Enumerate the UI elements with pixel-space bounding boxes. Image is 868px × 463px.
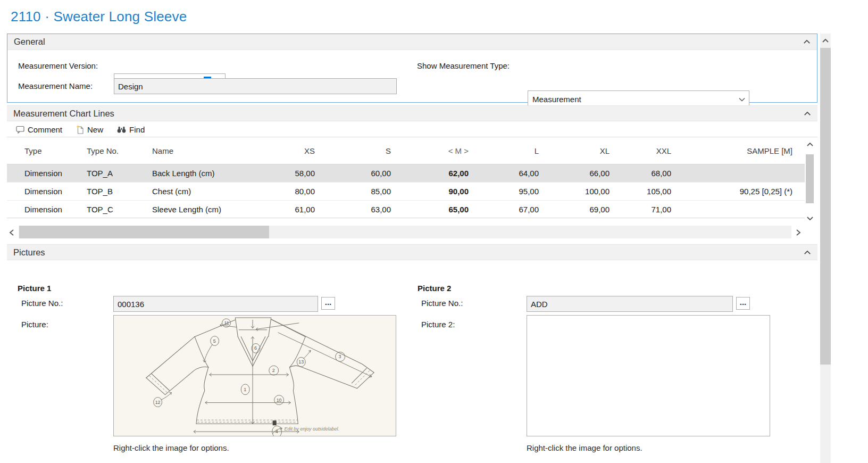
measurement-name-label: Measurement Name:: [18, 78, 93, 94]
scroll-right-icon[interactable]: [794, 227, 803, 237]
picture-2-image-empty[interactable]: [527, 315, 770, 436]
picture-1-no-label: Picture No.:: [21, 295, 63, 311]
column-header-xxl[interactable]: XXL: [610, 146, 671, 155]
cell-sample[interactable]: 90,25 [0,25] (*): [671, 187, 792, 196]
column-header-sample-m[interactable]: SAMPLE [M]: [671, 146, 792, 155]
new-button-label: New: [87, 125, 103, 134]
cell-name[interactable]: Chest (cm): [152, 187, 280, 196]
table-row[interactable]: Dimension TOP_B Chest (cm) 80,00 85,00 9…: [7, 182, 805, 200]
picture-1-heading: Picture 1: [18, 284, 51, 293]
cell-m[interactable]: 62,00: [391, 169, 469, 178]
cell-xl[interactable]: 66,00: [539, 169, 610, 178]
general-fasttab: General Measurement Version: 0 Measureme…: [7, 34, 817, 103]
cell-xxl[interactable]: 71,00: [610, 205, 671, 214]
column-header-type[interactable]: Type: [7, 146, 87, 155]
cell-type[interactable]: Dimension: [7, 187, 87, 196]
cell-l[interactable]: 64,00: [469, 169, 539, 178]
comment-button[interactable]: Comment: [16, 125, 62, 134]
chart-lines-fasttab-title: Measurement Chart Lines: [13, 109, 114, 119]
cell-m[interactable]: 65,00: [391, 205, 469, 214]
svg-text:2: 2: [272, 368, 275, 373]
page-vertical-scrollbar-thumb[interactable]: [820, 48, 831, 365]
column-header-xs[interactable]: XS: [280, 146, 315, 155]
cell-type[interactable]: Dimension: [7, 169, 87, 178]
cell-type[interactable]: Dimension: [7, 205, 87, 214]
comment-icon: [16, 126, 24, 134]
measurement-name-field[interactable]: Design: [114, 78, 397, 94]
collapse-chevron-icon[interactable]: [803, 39, 811, 44]
horizontal-scrollbar-thumb[interactable]: [19, 226, 269, 238]
scroll-down-icon[interactable]: [806, 216, 814, 221]
chart-lines-fasttab-header[interactable]: Measurement Chart Lines: [7, 105, 817, 121]
picture-1-label: Picture:: [21, 316, 48, 333]
column-header-m-sample-selector[interactable]: < M >: [391, 146, 469, 155]
table-horizontal-scrollbar[interactable]: [7, 226, 803, 238]
general-fasttab-header[interactable]: General: [7, 34, 817, 50]
picture-1-caption: Right-click the image for options.: [113, 443, 229, 452]
new-button[interactable]: New: [76, 125, 103, 134]
cell-type-no[interactable]: TOP_A: [87, 169, 152, 178]
comment-button-label: Comment: [28, 125, 62, 134]
cell-l[interactable]: 67,00: [469, 205, 539, 214]
cell-m[interactable]: 90,00: [391, 187, 469, 196]
cell-s[interactable]: 60,00: [315, 169, 391, 178]
cell-l[interactable]: 95,00: [469, 187, 539, 196]
svg-text:12: 12: [155, 400, 161, 405]
picture-2-no-value: ADD: [531, 300, 548, 309]
table-vertical-scrollbar-thumb[interactable]: [806, 154, 814, 203]
scroll-up-icon[interactable]: [822, 38, 829, 43]
column-header-xl[interactable]: XL: [539, 146, 610, 155]
svg-text:5: 5: [213, 338, 216, 344]
cell-s[interactable]: 63,00: [315, 205, 391, 214]
column-header-s[interactable]: S: [315, 146, 391, 155]
svg-text:1: 1: [244, 387, 246, 392]
picture-1-image[interactable]: 1 2 3 4 5 6 10 11 12 13 Edit by enjoy ou…: [113, 315, 396, 436]
scroll-left-icon[interactable]: [7, 227, 16, 237]
measurement-name-value: Design: [118, 82, 143, 91]
chevron-down-icon[interactable]: [739, 97, 745, 102]
find-button-label: Find: [129, 125, 145, 134]
collapse-chevron-icon[interactable]: [804, 111, 811, 116]
column-header-type-no[interactable]: Type No.: [87, 146, 152, 155]
column-header-l[interactable]: L: [469, 146, 539, 155]
cell-xs[interactable]: 80,00: [280, 187, 315, 196]
cell-xl[interactable]: 100,00: [539, 187, 610, 196]
chart-lines-toolbar: Comment New Find: [7, 122, 817, 137]
measurement-version-label: Measurement Version:: [18, 57, 98, 75]
cell-type-no[interactable]: TOP_C: [87, 205, 152, 214]
picture-1-no-field[interactable]: 000136: [113, 296, 318, 312]
column-header-name[interactable]: Name: [152, 146, 280, 155]
general-fasttab-title: General: [14, 37, 45, 47]
pictures-fasttab-title: Pictures: [13, 247, 45, 258]
find-binoculars-icon: [117, 126, 126, 133]
scroll-up-icon[interactable]: [806, 142, 814, 147]
picture-2-no-field[interactable]: ADD: [527, 296, 733, 312]
cell-s[interactable]: 85,00: [315, 187, 391, 196]
cell-name[interactable]: Back Length (cm): [152, 169, 280, 178]
cell-type-no[interactable]: TOP_B: [87, 187, 152, 196]
cell-xs[interactable]: 61,00: [280, 205, 315, 214]
find-button[interactable]: Find: [117, 125, 145, 134]
cell-name[interactable]: Sleeve Length (cm): [152, 205, 280, 214]
cell-xl[interactable]: 69,00: [539, 205, 610, 214]
picture-2-assist-button[interactable]: ...: [736, 297, 750, 310]
svg-text:3: 3: [339, 354, 341, 359]
cell-xs[interactable]: 58,00: [280, 169, 315, 178]
svg-text:Edit by enjoy outsidelabel.: Edit by enjoy outsidelabel.: [285, 426, 339, 432]
collapse-chevron-icon[interactable]: [804, 250, 811, 255]
pictures-fasttab-header[interactable]: Pictures: [7, 244, 817, 260]
picture-2-label: Picture 2:: [421, 316, 455, 333]
picture-2-caption: Right-click the image for options.: [527, 443, 642, 452]
cell-xxl[interactable]: 68,00: [610, 169, 671, 178]
table-row[interactable]: Dimension TOP_A Back Length (cm) 58,00 6…: [7, 164, 805, 182]
table-header-row: Type Type No. Name XS S < M > L XL XXL S…: [7, 137, 805, 164]
cell-xxl[interactable]: 105,00: [610, 187, 671, 196]
show-measurement-type-label: Show Measurement Type:: [417, 57, 510, 75]
table-row[interactable]: Dimension TOP_C Sleeve Length (cm) 61,00…: [7, 200, 805, 218]
picture-1-assist-button[interactable]: ...: [321, 297, 335, 310]
measurement-chart-table: Type Type No. Name XS S < M > L XL XXL S…: [7, 137, 805, 218]
svg-text:13: 13: [298, 359, 304, 365]
table-vertical-scrollbar[interactable]: [804, 139, 816, 224]
page-vertical-scrollbar[interactable]: [820, 34, 831, 463]
picture-2-no-label: Picture No.:: [421, 295, 463, 311]
